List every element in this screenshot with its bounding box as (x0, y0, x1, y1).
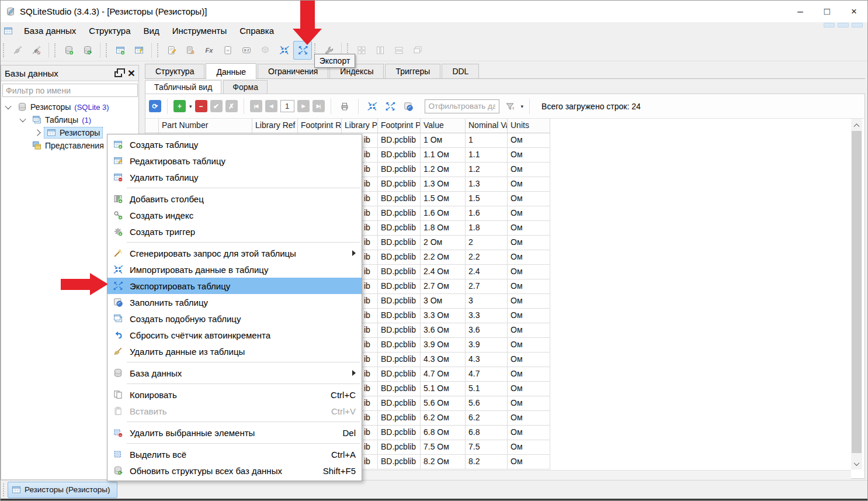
tab-ddl[interactable]: DDL (442, 64, 479, 78)
menu-item-создать-подобную-таблицу[interactable]: Создать подобную таблицу (107, 310, 362, 327)
menu-item-обновить-структуры-всех-баз-данных[interactable]: ⟳Обновить структуры всех баз данныхShift… (107, 462, 362, 479)
cell-footprint-path[interactable]: BD.pcblib (378, 353, 421, 367)
cell-value[interactable]: 3 Ом (421, 294, 466, 309)
print-icon[interactable] (337, 99, 352, 114)
delete-row-icon[interactable]: − (195, 100, 207, 112)
column-header-nominal-val[interactable]: Nominal Val (466, 119, 508, 133)
plugins-button[interactable] (256, 41, 275, 60)
child-restore-button[interactable] (838, 23, 849, 27)
funnel-icon[interactable]: T (502, 99, 518, 114)
menu-item-удалить-данные-из-таблицы[interactable]: Удалить данные из таблицы (107, 343, 362, 360)
sql-editor-button[interactable] (162, 41, 181, 60)
refresh-database-button[interactable]: ⟳ (78, 41, 97, 60)
toolbar-drag-handle[interactable] (106, 43, 108, 57)
cell-nominal-val[interactable]: 7.5 (466, 440, 508, 455)
column-header-units[interactable]: Units (508, 119, 550, 133)
cell-value[interactable]: 2.4 Ом (421, 265, 466, 279)
cell-value[interactable]: 4.7 Ом (421, 367, 466, 382)
cell-units[interactable]: Ом (508, 411, 550, 426)
cell-units[interactable]: Ом (508, 236, 550, 250)
cell-footprint-path[interactable]: BD.pcblib (378, 382, 421, 396)
cell-footprint-path[interactable]: BD.pcblib (378, 323, 421, 338)
menu-item-копировать[interactable]: КопироватьCtrl+C (107, 386, 362, 403)
first-page-icon[interactable]: |◀ (250, 100, 262, 112)
float-panel-icon[interactable] (114, 71, 122, 77)
cell-units[interactable]: Ом (508, 294, 550, 309)
cell-value[interactable]: 1.6 Ом (421, 206, 466, 221)
cell-units[interactable]: Ом (508, 265, 550, 279)
menu-база-данных[interactable]: База данных (18, 23, 82, 38)
subtab-форма[interactable]: Форма (223, 80, 268, 94)
cell-value[interactable]: 5.6 Ом (421, 396, 466, 411)
scroll-down-button[interactable] (851, 458, 862, 469)
cell-footprint-path[interactable]: BD.pcblib (378, 426, 421, 440)
menu-item-сбросить-счётчик-автоинкремента[interactable]: Сбросить счётчик автоинкремента (107, 327, 362, 343)
cell-value[interactable]: 2.7 Ом (421, 279, 466, 294)
menu-item-экспортировать-таблицу[interactable]: ↖↗↙↘Экспортировать таблицу (107, 278, 362, 294)
cell-value[interactable]: 7.5 Ом (421, 440, 466, 455)
mdi-cascade-button[interactable] (408, 41, 427, 60)
close-panel-icon[interactable]: × (128, 69, 135, 77)
cell-nominal-val[interactable]: 1.8 (466, 221, 508, 236)
cell-nominal-val[interactable]: 1.3 (466, 177, 508, 192)
functions-button[interactable]: Fx (200, 41, 218, 60)
tab-триггеры[interactable]: Триггеры (385, 64, 440, 78)
cell-nominal-val[interactable]: 3.9 (466, 338, 508, 353)
cell-nominal-val[interactable]: 5.1 (466, 382, 508, 396)
connect-button[interactable] (8, 41, 27, 60)
cell-footprint-path[interactable]: BD.pcblib (378, 148, 421, 163)
cell-value[interactable]: 3.6 Ом (421, 323, 466, 338)
cell-footprint-path[interactable]: BD.pcblib (378, 396, 421, 411)
cell-value[interactable]: 2 Ом (421, 236, 466, 250)
cell-value[interactable]: 4.3 Ом (421, 353, 466, 367)
query-table-button[interactable] (130, 41, 148, 60)
cell-footprint-path[interactable]: BD.pcblib (378, 440, 421, 455)
import-grid-icon[interactable]: ↘↙↗↖ (364, 99, 380, 114)
menu-item-редактировать-таблицу[interactable]: Редактировать таблицу (107, 153, 362, 169)
cell-units[interactable]: Ом (508, 353, 550, 367)
cell-footprint-path[interactable]: BD.pcblib (378, 221, 421, 236)
column-header-library-path[interactable]: Library Path (342, 119, 378, 133)
cell-nominal-val[interactable]: 3.3 (466, 309, 508, 323)
menu-item-создать-индекс[interactable]: +Создать индекс (107, 207, 362, 223)
sql-history-button[interactable] (181, 41, 200, 60)
column-header-value[interactable]: Value (421, 119, 466, 133)
cell-footprint-path[interactable]: BD.pcblib (378, 177, 421, 192)
next-page-icon[interactable]: ▶ (297, 100, 310, 112)
cell-units[interactable]: Ом (508, 221, 550, 236)
cell-units[interactable]: Ом (508, 426, 550, 440)
cell-nominal-val[interactable]: 1.6 (466, 206, 508, 221)
cell-value[interactable]: 2.2 Ом (421, 250, 466, 265)
tab-структура[interactable]: Структура (145, 64, 204, 78)
cell-value[interactable]: 8.2 Ом (421, 455, 466, 469)
cell-nominal-val[interactable]: 3.6 (466, 323, 508, 338)
menu-item-база-данных[interactable]: База данных (107, 365, 362, 381)
cell-nominal-val[interactable]: 6.8 (466, 426, 508, 440)
cell-units[interactable]: Ом (508, 192, 550, 206)
prev-page-icon[interactable]: ◀ (265, 100, 277, 112)
rollback-icon[interactable]: ✗ (225, 100, 238, 112)
cell-units[interactable]: Ом (508, 440, 550, 455)
cell-units[interactable]: Ом (508, 177, 550, 192)
commit-icon[interactable]: ✔ (210, 100, 223, 112)
menu-item-вставить[interactable]: ВставитьCtrl+V (107, 403, 362, 419)
taskbar-handle[interactable] (3, 483, 5, 496)
cell-footprint-path[interactable]: BD.pcblib (378, 455, 421, 469)
column-header-footprint-re[interactable]: Footprint Re (298, 119, 342, 133)
cell-nominal-val[interactable]: 1.2 (466, 163, 508, 177)
filter-caret-icon[interactable]: ▾ (521, 103, 524, 109)
cell-value[interactable]: 1.2 Ом (421, 163, 466, 177)
vertical-scrollbar[interactable] (851, 119, 862, 469)
menu-item-удалить-выбранные-элементы[interactable]: −Удалить выбранные элементыDel (107, 424, 362, 441)
cell-nominal-val[interactable]: 4.3 (466, 353, 508, 367)
cell-nominal-val[interactable]: 8.2 (466, 455, 508, 469)
add-row-caret-icon[interactable]: ▾ (189, 103, 192, 109)
cell-value[interactable]: 1.5 Ом (421, 192, 466, 206)
last-page-icon[interactable]: ▶| (313, 100, 325, 112)
add-row-icon[interactable]: + (173, 100, 186, 112)
cell-units[interactable]: Ом (508, 382, 550, 396)
menu-инструменты[interactable]: Инструменты (166, 23, 234, 38)
column-header-footprint-pa[interactable]: Footprint Pa (378, 119, 421, 133)
column-header-part-number[interactable]: Part Number (159, 119, 252, 133)
data-filter-input[interactable] (425, 99, 499, 113)
